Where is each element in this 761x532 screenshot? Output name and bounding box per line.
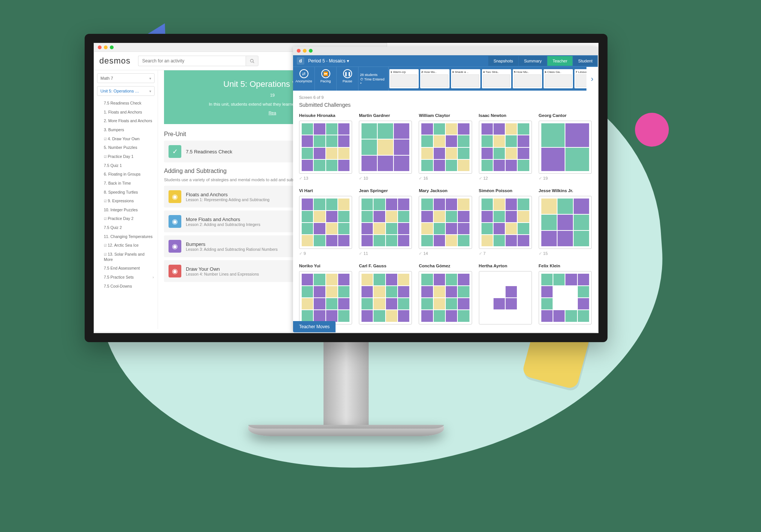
sidebar-item[interactable]: 6. Floating in Groups xyxy=(94,170,158,179)
thumb-preview xyxy=(421,74,448,87)
student-cell[interactable]: Siméon Poisson 7 xyxy=(479,188,532,256)
student-cell[interactable]: Carl F. Gauss xyxy=(359,264,412,324)
close-icon[interactable] xyxy=(297,49,301,53)
screen-thumb[interactable]: 2 How Mu.. xyxy=(420,69,450,88)
search-input[interactable] xyxy=(138,56,246,66)
sidebar-item[interactable]: 11. Changing Temperatures xyxy=(94,232,158,241)
search-field[interactable] xyxy=(138,56,258,66)
student-cell[interactable]: Georg Cantor 19 xyxy=(539,113,592,181)
student-cell[interactable]: William Claytor 16 xyxy=(419,113,472,181)
thumb-preview xyxy=(514,74,541,87)
window-controls xyxy=(293,47,598,55)
lesson-title: Draw Your Own xyxy=(186,266,259,272)
thumb-preview xyxy=(483,74,510,87)
svg-point-0 xyxy=(250,59,253,62)
lesson-icon: ◉ xyxy=(169,265,181,277)
next-screens-button[interactable]: › xyxy=(586,67,598,91)
monitor-stand-base xyxy=(248,425,444,436)
sidebar-item[interactable]: 7.5 Quiz 2 xyxy=(94,223,158,232)
screen-thumb[interactable]: 1 Warm-Up xyxy=(389,69,419,88)
mosaic-tile xyxy=(419,271,472,324)
sidebar-item[interactable]: 7.5 Readiness Check xyxy=(94,99,158,108)
dashboard-content: Screen 6 of 9 Submitted Challenges Heisu… xyxy=(293,91,598,332)
course-selector[interactable]: Math 7▾ xyxy=(97,73,155,83)
mosaic-tile xyxy=(299,271,352,324)
lesson-subtitle: Lesson 4: Number Lines and Expressions xyxy=(186,272,259,276)
class-title[interactable]: Period 5 - Mosaics ▾ xyxy=(308,58,488,64)
minimize-icon[interactable] xyxy=(303,49,307,53)
student-cell[interactable]: Felix Klein xyxy=(539,264,592,324)
sidebar-item[interactable]: 5. Number Puzzles xyxy=(94,143,158,152)
view-tab[interactable]: Snapshots xyxy=(488,56,518,66)
sidebar-item[interactable]: 12. Arctic Sea Ice xyxy=(94,241,158,250)
screen-thumb[interactable]: 7 Lesson .. xyxy=(574,69,586,88)
lesson-icon: ◉ xyxy=(169,190,181,203)
mosaic-tile xyxy=(359,271,412,324)
sidebar-item[interactable]: 2. More Floats and Anchors xyxy=(94,117,158,126)
view-tab[interactable]: Student xyxy=(573,56,598,66)
course-label: Math 7 xyxy=(100,76,113,80)
pacing-button[interactable]: ⏩ Pacing xyxy=(315,67,337,91)
sidebar-item[interactable]: 10. Integer Puzzles xyxy=(94,206,158,215)
student-name: Mary Jackson xyxy=(419,188,472,193)
lesson-title: Floats and Anchors xyxy=(186,192,269,197)
screen-thumb[interactable]: 4 Two Stra.. xyxy=(482,69,511,88)
student-cell[interactable]: Martin Gardner 10 xyxy=(359,113,412,181)
student-name: Vi Hart xyxy=(299,188,352,193)
sidebar-item[interactable]: 7.5 End Assessment xyxy=(94,264,158,273)
student-name: Jesse Wilkins Jr. xyxy=(539,188,592,193)
sidebar-item[interactable]: 1. Floats and Anchors xyxy=(94,108,158,117)
student-name: Heisuke Hironaka xyxy=(299,113,352,118)
close-icon[interactable] xyxy=(98,45,102,49)
mosaic-tile xyxy=(479,196,532,249)
sidebar-item[interactable]: 7.5 Practice Sets› xyxy=(94,273,158,282)
screen-thumb[interactable]: 5 How Mu.. xyxy=(513,69,542,88)
search-button[interactable] xyxy=(246,56,258,66)
status-panel: 28 students ⏱ Time Entered ▾ xyxy=(358,67,389,91)
student-cell[interactable]: Hertha Ayrton xyxy=(479,264,532,324)
student-cell[interactable]: Jean Springer 11 xyxy=(359,188,412,256)
sidebar-item[interactable]: 7.5 Quiz 1 xyxy=(94,161,158,170)
view-tab[interactable]: Summary xyxy=(519,56,547,66)
student-name: Hertha Ayrton xyxy=(479,264,532,268)
view-tab[interactable]: Teacher xyxy=(547,56,573,66)
student-cell[interactable]: Isaac Newton 12 xyxy=(479,113,532,181)
screen-thumb[interactable]: 6 Class Ga.. xyxy=(544,69,573,88)
dashboard-toolbar: ⇄ Anonymize ⏩ Pacing ❚❚ Pause 28 student… xyxy=(293,67,598,91)
time-sort[interactable]: ⏱ Time Entered ▾ xyxy=(360,77,387,85)
sidebar-item[interactable]: Practice Day 2 xyxy=(94,214,158,223)
thumb-preview xyxy=(390,74,418,87)
maximize-icon[interactable] xyxy=(309,49,313,53)
unit-selector[interactable]: Unit 5: Operations …▾ xyxy=(97,86,155,96)
maximize-icon[interactable] xyxy=(110,45,114,49)
sidebar-item[interactable]: 4. Draw Your Own xyxy=(94,135,158,144)
student-name: Martin Gardner xyxy=(359,113,412,118)
teacher-moves-button[interactable]: Teacher Moves xyxy=(293,321,336,332)
sidebar-item[interactable]: 3. Bumpers xyxy=(94,126,158,135)
minimize-icon[interactable] xyxy=(104,45,108,49)
pause-button[interactable]: ❚❚ Pause xyxy=(337,67,358,91)
sidebar-item[interactable]: 9. Expressions xyxy=(94,197,158,206)
screen-thumb[interactable]: 3 Shade a .. xyxy=(451,69,480,88)
logo: desmos xyxy=(99,56,131,66)
sidebar-item[interactable]: 7.5 Cool-Downs xyxy=(94,282,158,291)
student-name: Siméon Poisson xyxy=(479,188,532,193)
student-cell[interactable]: Noriko Yui xyxy=(299,264,352,324)
student-cell[interactable]: Heisuke Hironaka 13 xyxy=(299,113,352,181)
thumb-preview xyxy=(545,74,572,87)
student-name: Jean Springer xyxy=(359,188,412,193)
student-cell[interactable]: Concha Gómez xyxy=(419,264,472,324)
student-cell[interactable]: Jesse Wilkins Jr. 15 xyxy=(539,188,592,256)
mosaic-tile xyxy=(419,196,472,249)
sidebar-item[interactable]: Practice Day 1 xyxy=(94,152,158,161)
sidebar-item[interactable]: 13. Solar Panels and More xyxy=(94,250,158,264)
lesson-title: 7.5 Readiness Check xyxy=(186,149,232,155)
student-cell[interactable]: Vi Hart 9 xyxy=(299,188,352,256)
lesson-icon: ◉ xyxy=(169,215,181,228)
student-cell[interactable]: Mary Jackson 14 xyxy=(419,188,472,256)
sidebar-item[interactable]: 8. Speeding Turtles xyxy=(94,188,158,197)
anonymize-button[interactable]: ⇄ Anonymize xyxy=(293,67,315,91)
lesson-subtitle: Lesson 2: Adding and Subtracting Integer… xyxy=(186,222,260,227)
student-count: 28 students xyxy=(360,73,387,77)
sidebar-item[interactable]: 7. Back in Time xyxy=(94,179,158,188)
